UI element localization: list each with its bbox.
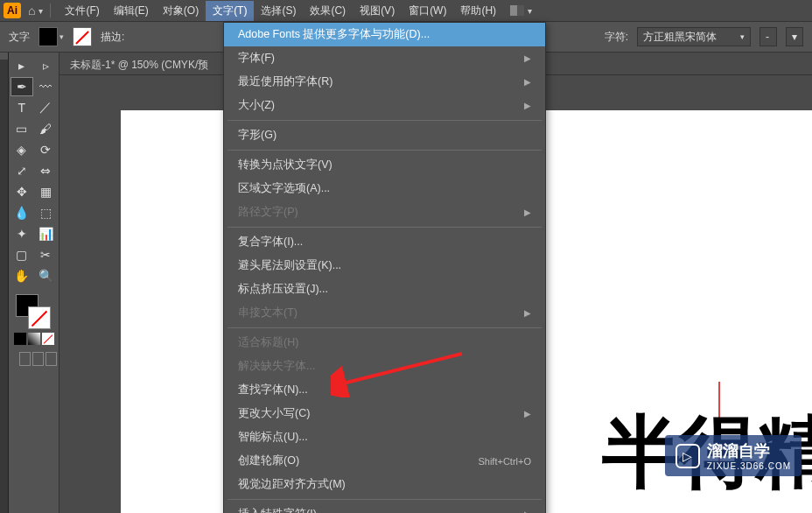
chevron-down-icon[interactable]: ▾ xyxy=(60,32,64,41)
watermark: ▷ 溜溜自学 ZIXUE.3D66.COM xyxy=(665,435,802,476)
menu-item-5[interactable]: 效果(C) xyxy=(303,1,353,21)
slice-tool[interactable]: ✂ xyxy=(35,245,58,264)
menu-item-0[interactable]: 文件(F) xyxy=(58,1,106,21)
menu-item[interactable]: 区域文字选项(A)... xyxy=(224,177,545,200)
menu-item-label: 更改大小写(C) xyxy=(238,406,310,421)
font-more-select[interactable]: ▾ xyxy=(786,27,803,46)
submenu-arrow-icon: ▶ xyxy=(524,409,531,418)
chevron-down-icon[interactable]: ▾ xyxy=(528,6,532,16)
rotate-tool[interactable]: ⟳ xyxy=(35,140,58,159)
type-tool[interactable]: T xyxy=(10,98,33,117)
gradient-mode[interactable] xyxy=(28,333,40,345)
menu-item-7[interactable]: 窗口(W) xyxy=(402,1,453,21)
menu-separator xyxy=(228,227,542,228)
menu-item-label: 区域文字选项(A)... xyxy=(238,181,330,196)
menu-item-label: 字体(F) xyxy=(238,51,275,66)
rect-tool[interactable]: ▭ xyxy=(10,119,33,138)
menu-item-label: 串接文本(T) xyxy=(238,306,298,320)
chevron-down-icon: ▾ xyxy=(740,32,745,41)
type-menu-dropdown: Adobe Fonts 提供更多字体与功能(D)...字体(F)▶最近使用的字体… xyxy=(223,22,546,513)
eyedropper-tool[interactable]: 💧 xyxy=(10,203,33,222)
menu-item-label: 查找字体(N)... xyxy=(238,383,308,397)
menu-item[interactable]: 字形(G) xyxy=(224,123,545,147)
draw-normal[interactable] xyxy=(19,352,31,366)
home-icon[interactable]: ⌂ xyxy=(28,4,35,18)
menu-item[interactable]: 标点挤压设置(J)... xyxy=(224,278,545,301)
menu-item-label: 复合字体(I)... xyxy=(238,235,303,249)
menu-item[interactable]: 转换为点状文字(V) xyxy=(224,153,545,177)
draw-behind[interactable] xyxy=(32,352,44,366)
shape-builder-tool[interactable]: ◈ xyxy=(10,140,33,159)
menu-item-label: 转换为点状文字(V) xyxy=(238,158,332,172)
menu-item-label: 智能标点(U)... xyxy=(238,430,308,445)
stroke-swatch[interactable] xyxy=(73,27,92,46)
menu-item[interactable]: 大小(Z)▶ xyxy=(224,94,545,117)
menu-separator xyxy=(228,120,542,121)
watermark-domain: ZIXUE.3D66.COM xyxy=(707,461,791,471)
menu-item[interactable]: 视觉边距对齐方式(M) xyxy=(224,473,545,496)
brush-tool[interactable]: 🖌 xyxy=(35,119,58,138)
menu-item-6[interactable]: 视图(V) xyxy=(353,1,402,21)
menu-item-label: 大小(Z) xyxy=(238,98,275,113)
menu-item-label: 适合标题(H) xyxy=(238,335,298,350)
symbol-sprayer-tool[interactable]: ✦ xyxy=(10,224,33,243)
scale-tool[interactable]: ⤢ xyxy=(10,161,33,180)
menu-item[interactable]: 查找字体(N)... xyxy=(224,378,545,402)
free-transform-tool[interactable]: ✥ xyxy=(10,182,33,201)
menubar: 文件(F)编辑(E)对象(O)文字(T)选择(S)效果(C)视图(V)窗口(W)… xyxy=(58,1,503,21)
watermark-brand: 溜溜自学 xyxy=(707,440,791,461)
layout-grid-icon[interactable] xyxy=(510,5,524,16)
menu-item-label: 路径文字(P) xyxy=(238,205,298,220)
draw-inside[interactable] xyxy=(46,352,57,366)
selection-tool[interactable]: ▸ xyxy=(10,56,33,75)
menu-separator xyxy=(228,327,542,328)
direct-selection-tool[interactable]: ▹ xyxy=(35,56,58,75)
font-family-select[interactable]: 方正粗黑宋简体 ▾ xyxy=(637,27,751,46)
menu-separator xyxy=(228,499,542,500)
curvature-tool[interactable]: 〰 xyxy=(35,77,57,96)
gradient-tool[interactable]: ▦ xyxy=(35,182,58,201)
submenu-arrow-icon: ▶ xyxy=(524,308,531,318)
menu-item: 路径文字(P)▶ xyxy=(224,200,545,224)
hand-tool[interactable]: ✋ xyxy=(10,266,33,285)
fill-mode[interactable] xyxy=(14,333,26,345)
menu-item-2[interactable]: 对象(O) xyxy=(156,1,206,21)
menu-item-8[interactable]: 帮助(H) xyxy=(453,1,503,21)
menu-item-label: 插入特殊字符(I) xyxy=(238,507,317,513)
font-style-select[interactable]: - xyxy=(760,27,777,46)
menu-item[interactable]: 复合字体(I)... xyxy=(224,230,545,254)
panel-collapse-bar[interactable] xyxy=(0,53,9,513)
character-label: 字符: xyxy=(605,30,628,45)
submenu-arrow-icon: ▶ xyxy=(524,207,531,217)
zoom-tool[interactable]: 🔍 xyxy=(35,266,58,285)
menu-item[interactable]: 字体(F)▶ xyxy=(224,46,545,70)
menu-item-label: Adobe Fonts 提供更多字体与功能(D)... xyxy=(238,27,430,42)
fill-swatch[interactable] xyxy=(38,27,58,46)
menu-item-1[interactable]: 编辑(E) xyxy=(107,1,156,21)
menu-item-3[interactable]: 文字(T) xyxy=(206,1,254,21)
menu-item[interactable]: 智能标点(U)... xyxy=(224,425,545,449)
menu-item[interactable]: 创建轮廓(O)Shift+Ctrl+O xyxy=(224,449,545,473)
menu-item-label: 最近使用的字体(R) xyxy=(238,74,332,89)
background-color[interactable] xyxy=(28,306,51,329)
pen-tool[interactable]: ✒ xyxy=(10,77,33,96)
none-mode[interactable] xyxy=(42,333,54,345)
menu-item-label: 视觉边距对齐方式(M) xyxy=(238,477,346,492)
artboard-tool[interactable]: ▢ xyxy=(10,245,33,264)
blend-tool[interactable]: ⬚ xyxy=(35,203,58,222)
menu-item[interactable]: 插入特殊字符(I)▶ xyxy=(224,502,545,513)
column-graph-tool[interactable]: 📊 xyxy=(35,224,58,243)
menu-item[interactable]: 更改大小写(C)▶ xyxy=(224,402,545,425)
menu-item[interactable]: 最近使用的字体(R)▶ xyxy=(224,70,545,94)
menu-item-label: 标点挤压设置(J)... xyxy=(238,282,328,297)
submenu-arrow-icon: ▶ xyxy=(524,101,531,110)
menu-item[interactable]: Adobe Fonts 提供更多字体与功能(D)... xyxy=(224,23,545,46)
menu-separator xyxy=(228,150,542,151)
menu-item-label: 解决缺失字体... xyxy=(238,359,315,374)
line-tool[interactable]: ／ xyxy=(35,98,58,117)
width-tool[interactable]: ⇔ xyxy=(35,161,58,180)
menu-item[interactable]: 避头尾法则设置(K)... xyxy=(224,254,545,278)
menu-item-4[interactable]: 选择(S) xyxy=(254,1,303,21)
chevron-down-icon[interactable]: ▾ xyxy=(38,6,43,16)
toolbox: ▸▹✒〰T／▭🖌◈⟳⤢⇔✥▦💧⬚✦📊▢✂✋🔍 xyxy=(9,53,60,513)
